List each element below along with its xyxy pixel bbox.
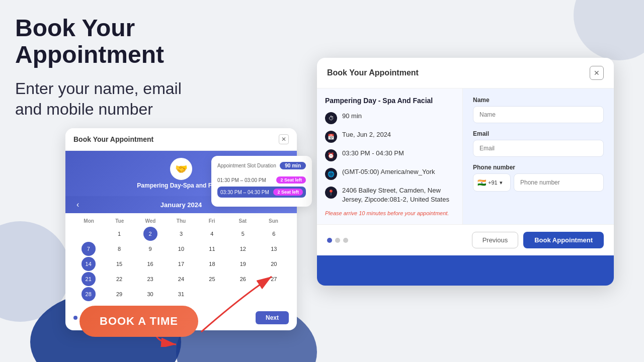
calendar-day[interactable]: 1: [112, 227, 126, 241]
booking-modal-footer: Previous Book Appointment: [317, 224, 614, 255]
calendar-day[interactable]: 4: [205, 227, 219, 241]
day-label-mon: Mon: [73, 217, 104, 225]
booking-modal: Book Your Appointment ✕ Pampering Day - …: [317, 58, 614, 286]
calendar-day[interactable]: 21: [82, 272, 96, 286]
footer-dot-3: [343, 238, 348, 243]
day-label-thu: Thu: [166, 217, 196, 225]
day-label-sun: Sun: [258, 217, 289, 225]
dropdown-arrow-icon: ▾: [500, 179, 503, 186]
calendar-day[interactable]: 2: [143, 227, 157, 241]
slot-duration-badge: 90 min: [280, 162, 306, 169]
phone-input[interactable]: [514, 173, 604, 192]
duration-icon: ⏱: [325, 112, 337, 124]
calendar-day[interactable]: 13: [267, 242, 281, 256]
country-select[interactable]: 🇮🇳 +91 ▾: [473, 173, 511, 192]
step-dot-1: [73, 316, 77, 320]
left-section: Book Your Appointment Enter your name, e…: [15, 15, 277, 120]
previous-button[interactable]: Previous: [472, 232, 519, 248]
calendar-day[interactable]: 15: [112, 257, 126, 271]
prev-month-button[interactable]: ‹: [73, 199, 82, 210]
detail-address: 2406 Balley Street, Camden, New Jersey, …: [342, 186, 454, 204]
detail-duration: 90 min: [342, 112, 362, 121]
slots-panel: Appointment Slot Duration 90 min 01:30 P…: [211, 156, 312, 207]
detail-row-duration: ⏱ 90 min: [325, 112, 454, 124]
phone-group: Phone number 🇮🇳 +91 ▾: [473, 164, 604, 192]
calendar-day[interactable]: 16: [143, 257, 157, 271]
calendar-day[interactable]: 12: [236, 242, 250, 256]
calendar-grid: Mon Tue Wed Thu Fri Sat Sun 123456789101…: [65, 213, 297, 307]
slot-row-2[interactable]: 03:30 PM – 04:30 PM 2 Seat left: [217, 187, 306, 198]
calendar-day[interactable]: 5: [236, 227, 250, 241]
calendar-day[interactable]: 22: [112, 272, 126, 286]
calendar-day[interactable]: 20: [267, 257, 281, 271]
footer-step-dots: [327, 238, 348, 243]
time-icon: ⏰: [325, 149, 337, 161]
calendar-days-grid: 1234567891011121314151617181920212223242…: [73, 227, 289, 301]
booking-modal-title: Book Your Appointment: [327, 68, 419, 77]
email-input[interactable]: [473, 140, 604, 157]
timezone-icon: 🌐: [325, 168, 337, 180]
next-button[interactable]: Next: [256, 311, 289, 324]
calendar-day[interactable]: 18: [205, 257, 219, 271]
avatar: 🤝: [170, 158, 192, 180]
booking-close-button[interactable]: ✕: [590, 66, 604, 80]
slot-row-1[interactable]: 01:30 PM – 03:00 PM 2 Seat left: [217, 176, 306, 184]
calendar-day[interactable]: 31: [174, 287, 188, 301]
appointment-details: Pampering Day - Spa And Facial ⏱ 90 min …: [317, 88, 463, 224]
calendar-day[interactable]: 19: [236, 257, 250, 271]
phone-code: +91: [488, 179, 498, 186]
footer-actions: Previous Book Appointment: [472, 232, 604, 248]
footer-dot-1: [327, 238, 332, 243]
slots-title: Appointment Slot Duration: [217, 163, 276, 168]
day-label-wed: Wed: [135, 217, 166, 225]
calendar-day[interactable]: 8: [112, 242, 126, 256]
bg-decoration-top: [574, 0, 644, 60]
location-icon: 📍: [325, 187, 337, 199]
email-label: Email: [473, 130, 604, 137]
calendar-close-button[interactable]: ✕: [279, 134, 289, 144]
calendar-day[interactable]: 3: [174, 227, 188, 241]
date-icon: 📅: [325, 131, 337, 143]
detail-timezone: (GMT-05:00) America/new_York: [342, 167, 435, 176]
calendar-day[interactable]: 10: [174, 242, 188, 256]
name-input[interactable]: [473, 106, 604, 123]
calendar-day[interactable]: 24: [174, 272, 188, 286]
main-title: Book Your Appointment: [15, 15, 277, 68]
calendar-days-header: Mon Tue Wed Thu Fri Sat Sun: [73, 217, 289, 225]
calendar-day[interactable]: 7: [82, 242, 96, 256]
calendar-day[interactable]: 27: [267, 272, 281, 286]
detail-row-timezone: 🌐 (GMT-05:00) America/new_York: [325, 167, 454, 180]
calendar-modal-header: Book Your Appointment ✕: [65, 128, 297, 151]
detail-date: Tue, Jun 2, 2024: [342, 130, 391, 139]
detail-row-time: ⏰ 03:30 PM - 04:30 PM: [325, 149, 454, 161]
modal-bottom-bar: [317, 255, 614, 286]
calendar-day[interactable]: 14: [82, 257, 96, 271]
day-label-fri: Fri: [197, 217, 227, 225]
calendar-day[interactable]: 25: [205, 272, 219, 286]
appointment-service-title: Pampering Day - Spa And Facial: [325, 97, 454, 105]
slot-2-time: 03:30 PM – 04:30 PM: [220, 190, 269, 195]
booking-modal-header: Book Your Appointment ✕: [317, 58, 614, 88]
calendar-day[interactable]: 28: [82, 287, 96, 301]
calendar-day[interactable]: 23: [143, 272, 157, 286]
calendar-month: January 2024: [160, 201, 202, 209]
slot-1-time: 01:30 PM – 03:00 PM: [217, 177, 266, 183]
name-label: Name: [473, 97, 604, 104]
calendar-day[interactable]: 9: [143, 242, 157, 256]
phone-label: Phone number: [473, 164, 604, 171]
calendar-day[interactable]: 11: [205, 242, 219, 256]
sub-title: Enter your name, emailand mobile number: [15, 78, 277, 120]
detail-row-address: 📍 2406 Balley Street, Camden, New Jersey…: [325, 186, 454, 204]
email-group: Email: [473, 130, 604, 157]
calendar-day[interactable]: 26: [236, 272, 250, 286]
book-appointment-button[interactable]: Book Appointment: [523, 232, 604, 248]
slot-2-badge: 2 Seat left: [273, 189, 303, 196]
calendar-day[interactable]: 30: [143, 287, 157, 301]
book-time-button[interactable]: BOOK A TIME: [79, 306, 198, 337]
calendar-day[interactable]: 29: [112, 287, 126, 301]
calendar-day[interactable]: 17: [174, 257, 188, 271]
booking-form: Name Email Phone number 🇮🇳 +91 ▾: [463, 88, 614, 224]
phone-input-group: 🇮🇳 +91 ▾: [473, 173, 604, 192]
calendar-day[interactable]: 6: [267, 227, 281, 241]
slot-1-badge: 2 Seat left: [276, 176, 306, 184]
